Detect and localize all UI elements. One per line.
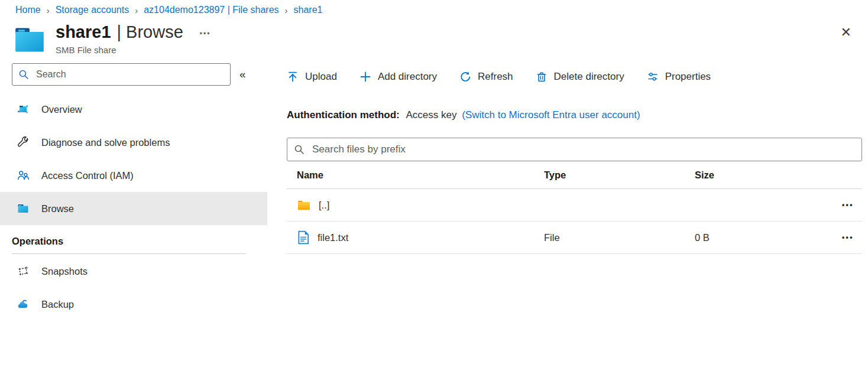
refresh-icon <box>459 71 471 83</box>
file-search <box>287 138 862 161</box>
sidebar-nav: Overview Diagnose and solve problems Acc… <box>0 93 267 225</box>
sidebar: « Overview Diagnose and s <box>0 63 267 321</box>
file-icon <box>297 230 310 245</box>
delete-directory-button[interactable]: Delete directory <box>536 71 624 83</box>
file-share-icon <box>14 26 45 53</box>
upload-icon <box>287 71 299 83</box>
sidebar-item-access-control[interactable]: Access Control (IAM) <box>0 159 267 192</box>
column-header-type[interactable]: Type <box>544 170 695 181</box>
breadcrumb-separator: › <box>47 5 50 15</box>
upload-button[interactable]: Upload <box>287 71 337 83</box>
breadcrumb-separator: › <box>285 5 288 15</box>
row-type: File <box>544 232 695 243</box>
toolbar-label: Upload <box>305 71 337 83</box>
page-header: share1 | Browse ••• SMB File share ✕ <box>0 15 868 55</box>
folder-yellow-icon <box>297 199 311 211</box>
breadcrumb-file-shares[interactable]: az104demo123897 | File shares <box>144 5 278 15</box>
sidebar-item-label: Diagnose and solve problems <box>41 137 170 148</box>
close-icon[interactable]: ✕ <box>841 26 851 39</box>
row-name: file1.txt <box>318 232 348 243</box>
sidebar-search-input[interactable] <box>12 63 231 86</box>
row-size: 0 B <box>695 232 834 243</box>
sliders-icon <box>647 71 659 83</box>
main-pane: Upload Add directory Refresh <box>267 63 868 321</box>
title-more-icon[interactable]: ••• <box>200 30 211 38</box>
collapse-sidebar-icon[interactable]: « <box>239 68 246 81</box>
table-row[interactable]: [..] ••• <box>287 189 862 222</box>
search-icon <box>294 144 305 155</box>
content: « Overview Diagnose and s <box>0 63 868 321</box>
toolbar-label: Delete directory <box>554 71 624 83</box>
switch-auth-link[interactable]: (Switch to Microsoft Entra user account) <box>462 109 640 121</box>
toolbar-label: Properties <box>665 71 711 83</box>
sidebar-item-diagnose[interactable]: Diagnose and solve problems <box>0 126 267 159</box>
breadcrumb-storage-accounts[interactable]: Storage accounts <box>56 5 129 15</box>
breadcrumb-home[interactable]: Home <box>15 5 41 15</box>
row-menu-icon[interactable]: ••• <box>834 233 862 242</box>
breadcrumb-separator: › <box>135 5 138 15</box>
sidebar-item-snapshots[interactable]: Snapshots <box>0 255 267 288</box>
add-directory-button[interactable]: Add directory <box>359 71 437 83</box>
snapshots-icon <box>17 265 29 277</box>
toolbar-label: Add directory <box>378 71 437 83</box>
sidebar-item-backup[interactable]: Backup <box>0 288 267 321</box>
section-divider <box>12 253 246 254</box>
folder-icon <box>17 203 29 214</box>
operations-section-title: Operations <box>12 236 267 247</box>
sidebar-item-label: Browse <box>41 203 74 214</box>
sidebar-item-label: Backup <box>41 299 74 310</box>
overview-icon <box>17 103 29 115</box>
backup-cloud-icon <box>17 298 29 310</box>
trash-icon <box>536 71 548 83</box>
table-row[interactable]: file1.txt File 0 B ••• <box>287 222 862 254</box>
file-search-input[interactable] <box>287 138 862 161</box>
sidebar-item-label: Overview <box>41 104 82 115</box>
wrench-icon <box>17 136 29 148</box>
column-header-size[interactable]: Size <box>695 170 834 181</box>
sidebar-item-label: Snapshots <box>41 266 88 277</box>
sidebar-item-overview[interactable]: Overview <box>0 93 267 126</box>
auth-method-label: Authentication method: <box>287 109 400 121</box>
page-subtitle: SMB File share <box>56 45 210 55</box>
row-menu-icon[interactable]: ••• <box>834 201 862 209</box>
page-title: share1 <box>56 22 111 42</box>
sidebar-item-browse[interactable]: Browse <box>0 192 267 225</box>
search-icon <box>18 69 29 80</box>
auth-method-value: Access key <box>406 109 457 121</box>
column-header-name[interactable]: Name <box>287 170 544 181</box>
breadcrumb-share1[interactable]: share1 <box>294 5 323 15</box>
properties-button[interactable]: Properties <box>647 71 711 83</box>
toolbar-label: Refresh <box>478 71 513 83</box>
page-title-suffix: | Browse <box>117 22 183 42</box>
breadcrumb: Home › Storage accounts › az104demo12389… <box>0 0 868 15</box>
table-header: Name Type Size <box>287 161 862 189</box>
row-name: [..] <box>319 200 329 211</box>
title-block: share1 | Browse ••• SMB File share <box>56 22 210 55</box>
toolbar: Upload Add directory Refresh <box>287 63 862 90</box>
plus-icon <box>359 71 371 83</box>
sidebar-item-label: Access Control (IAM) <box>41 170 134 181</box>
auth-method-line: Authentication method: Access key (Switc… <box>287 109 862 121</box>
people-icon <box>17 170 29 181</box>
refresh-button[interactable]: Refresh <box>459 71 513 83</box>
